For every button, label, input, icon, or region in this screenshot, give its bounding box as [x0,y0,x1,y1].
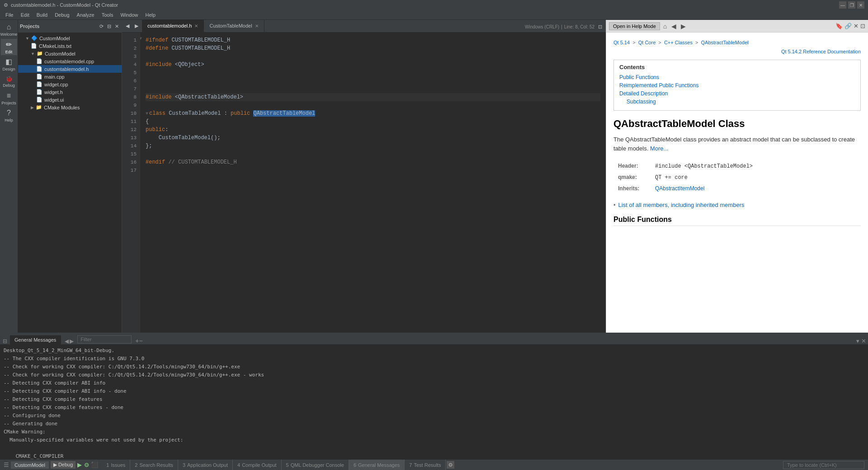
tree-item-cmake-modules[interactable]: ▶ 📁 CMake Modules [18,103,122,111]
bottom-collapse-btn[interactable]: ▾ [856,338,859,344]
help-back-btn[interactable]: ◀ [670,23,678,30]
tree-item-customtablemodel-h[interactable]: 📄 customtablemodel.h [18,65,122,73]
status-tab-issues[interactable]: 1 Issues [102,460,130,470]
token-cm: // CUSTOMTABLEMODEL_H [165,159,236,165]
menu-analyze[interactable]: Analyze [73,11,98,19]
tree-item-cmakelists[interactable]: 📄 CMakeLists.txt [18,42,122,50]
bottom-filter-input[interactable] [77,335,132,343]
line-num-7: 7 [122,85,140,93]
help-maximize-btn[interactable]: ⊡ [860,23,865,29]
statusbar-run-btn[interactable]: ▶ [77,461,82,468]
split-btn[interactable]: ⊡ [596,21,604,32]
line-numbers: 1 2 3 4 5 6 7 8 9 10 11 12 13 14 15 16 1 [122,33,140,333]
tree-item-widget-cpp[interactable]: 📄 widget.cpp [18,80,122,88]
tab-nav-forward[interactable]: ▶ [133,20,140,31]
design-icon: ◧ [5,57,12,66]
code-line-12: public: [146,126,600,134]
help-share-btn[interactable]: 🔗 [844,23,852,29]
menu-build[interactable]: Build [33,11,51,19]
statusbar-debug-btn[interactable]: ▶ Debug [51,461,75,469]
help-bookmark-btn[interactable]: 🔖 [835,23,843,29]
status-tab-app-output[interactable]: 3 Application Output [178,460,233,470]
editor-tab-bar: ◀ ▶ customtablemodel.h ✕ CustomTableMode… [122,20,606,33]
window-controls[interactable]: — ❐ ✕ [839,1,864,9]
action-welcome-label: Welcome [0,32,17,37]
menu-window[interactable]: Window [117,11,142,19]
header-value: #include <QAbstractTableModel> [655,163,753,169]
action-edit[interactable]: ✏ Edit [1,39,17,55]
maximize-btn[interactable]: ❐ [848,1,855,9]
tree-item-custommodel-folder[interactable]: ▼ 📁 CustomModel [18,50,122,57]
breadcrumb-qtcore[interactable]: Qt Core [638,40,656,45]
tab-nav-back[interactable]: ◀ [124,20,131,31]
contents-link-public-functions[interactable]: Public Functions [619,74,855,80]
contents-link-reimplemented[interactable]: Reimplemented Public Functions [619,82,855,89]
menu-help[interactable]: Help [142,11,160,19]
statusbar-cmake-btn[interactable]: ⚙ [83,462,90,468]
minimize-btn[interactable]: — [839,1,846,9]
platform-label: Windows (CRLF) [525,24,559,29]
menu-file[interactable]: File [2,11,17,19]
action-design[interactable]: ◧ Design [1,56,17,72]
fold-arrow-1[interactable]: ▼ [140,36,142,41]
action-projects[interactable]: ≡ Projects [1,90,17,107]
status-tab-general-messages[interactable]: 6 General Messages [349,460,405,470]
action-debug[interactable]: 🐞 Debug [1,73,17,89]
help-forward-btn[interactable]: ▶ [679,23,687,30]
expand-arrow: ▼ [31,52,35,56]
action-help[interactable]: ? Help [1,108,17,124]
log-line-11: CMake Warning: [4,428,864,436]
tab-customtablemodel[interactable]: CustomTableModel ✕ [204,20,264,32]
sidebar-close-btn[interactable]: ✕ [114,23,120,30]
breadcrumb-qt514[interactable]: Qt 5.14 [613,40,630,45]
tree-item-widget-h[interactable]: 📄 widget.h [18,88,122,96]
contents-link-subclassing[interactable]: Subclassing [627,99,855,105]
bottom-scroll-left[interactable]: ◀ [65,338,69,344]
bottom-content[interactable]: Desktop_Qt_5_14_2_MinGW_64_bit-Debug. --… [0,345,868,459]
inherits-link[interactable]: QAbstractItemModel [655,185,704,192]
statusbar-build-btn[interactable]: ⊙ [447,461,454,469]
fold-arrow-10[interactable]: ▼ [146,111,148,116]
status-tab-test-results[interactable]: 7 Test Results [405,460,446,470]
bottom-add-btn[interactable]: + [135,337,139,344]
status-tab-qml[interactable]: 5 QML Debugger Console [282,460,349,470]
tab-close-btn[interactable]: ✕ [255,24,259,28]
breadcrumb-cpp-classes[interactable]: C++ Classes [664,40,693,45]
line-num-5: 5 [122,69,140,77]
bottom-tab-general-messages[interactable]: General Messages [10,335,61,344]
bottom-scroll-right[interactable]: ▶ [70,338,74,344]
tab-label: customtablemodel.h [147,23,192,28]
statusbar-menu-btn[interactable]: ☰ [4,461,9,468]
locate-input[interactable] [783,461,864,469]
help-panel-close[interactable]: ✕ [854,23,859,29]
tab-close-btn[interactable]: ✕ [194,24,198,28]
tree-item-custommodel-project[interactable]: ▼ 🔷 CustomModel [18,34,122,42]
menu-edit[interactable]: Edit [17,11,33,19]
help-home-btn[interactable]: ⌂ [662,23,668,30]
bottom-minus-btn[interactable]: − [139,337,143,344]
tree-item-widget-ui[interactable]: 📄 widget.ui [18,96,122,103]
status-tab-compile-output[interactable]: 4 Compile Output [233,460,282,470]
close-btn[interactable]: ✕ [857,1,864,9]
sidebar-toolbar: Projects ⟳ ⊟ ✕ [18,20,122,33]
sidebar-filter-btn[interactable]: ⊟ [106,23,112,30]
help-content[interactable]: Qt 5.14 > Qt Core > C++ Classes > QAbstr… [606,33,868,333]
code-line-13: CustomTableModel(); [146,134,600,142]
action-welcome[interactable]: ⌂ Welcome [1,22,17,38]
breadcrumb-qabstracttablemodel[interactable]: QAbstractTableModel [701,40,749,45]
sidebar-sync-btn[interactable]: ⟳ [99,23,104,30]
tab-customtablemodel-h[interactable]: customtablemodel.h ✕ [142,20,204,32]
contents-link-detailed-description[interactable]: Detailed Description [619,90,855,97]
tree-item-main-cpp[interactable]: 📄 main.cpp [18,73,122,80]
menu-tools[interactable]: Tools [98,11,117,19]
statusbar-stop-btn[interactable]: ⬛ [91,461,98,468]
all-members-link[interactable]: List of all members, including inherited… [618,202,745,208]
more-link[interactable]: More... [650,145,668,152]
open-in-help-mode-btn[interactable]: Open in Help Mode [609,22,660,30]
bottom-close-btn[interactable]: ✕ [861,338,866,344]
tree-item-customtablemodel-cpp[interactable]: 📄 customtablemodel.cpp [18,57,122,65]
code-editor[interactable]: 1 2 3 4 5 6 7 8 9 10 11 12 13 14 15 16 1 [122,33,606,333]
status-tab-search-results[interactable]: 2 Search Results [130,460,178,470]
breadcrumb: Qt 5.14 > Qt Core > C++ Classes > QAbstr… [613,40,861,45]
menu-debug[interactable]: Debug [51,11,73,19]
